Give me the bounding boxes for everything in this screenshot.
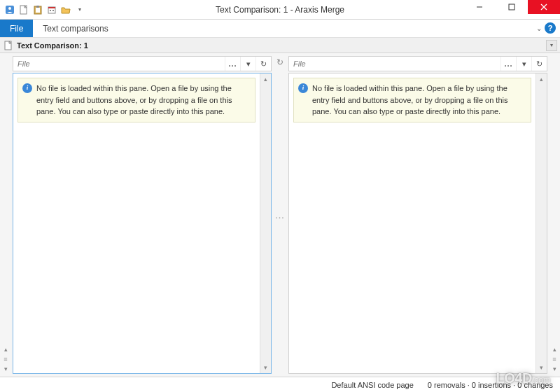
collapse-ribbon-icon[interactable]: ⌄	[536, 24, 542, 32]
gutter-down-icon[interactable]: ▾	[551, 365, 558, 372]
paste-icon[interactable]	[32, 4, 43, 15]
svg-rect-8	[50, 10, 51, 11]
right-pane-body[interactable]: i No file is loaded within this pane. Op…	[288, 73, 547, 374]
gutter-up-icon[interactable]: ▴	[551, 346, 558, 353]
status-bar: Default ANSI code page 0 removals · 0 in…	[0, 377, 560, 392]
right-dropdown-icon[interactable]: ▾	[516, 57, 531, 71]
left-info-text: No file is loaded within this pane. Open…	[36, 84, 232, 115]
document-tab-bar: Text Comparison: 1 ▾	[0, 38, 560, 53]
right-info-box: i No file is loaded within this pane. Op…	[293, 78, 531, 122]
minimize-button[interactable]	[463, 0, 496, 14]
scroll-up-icon[interactable]: ▴	[260, 74, 271, 85]
document-dropdown-icon[interactable]: ▾	[546, 40, 557, 51]
svg-rect-7	[48, 7, 55, 8]
right-pane: ... ▾ ↻ i No file is loaded within this …	[287, 53, 549, 377]
scroll-up-icon[interactable]: ▴	[536, 74, 547, 85]
gutter-marker-icon[interactable]: ≡	[551, 356, 558, 363]
quick-access-toolbar: ▾	[0, 4, 85, 15]
right-file-input[interactable]	[289, 59, 500, 68]
gutter-marker-icon[interactable]: ≡	[2, 356, 9, 363]
center-gutter: ↻ …	[273, 53, 287, 377]
qat-dropdown-icon[interactable]: ▾	[74, 4, 85, 15]
svg-rect-9	[52, 10, 54, 11]
left-info-box: i No file is loaded within this pane. Op…	[18, 78, 255, 122]
svg-rect-4	[36, 8, 40, 13]
left-file-input[interactable]	[13, 59, 225, 68]
center-dots-icon: …	[275, 209, 286, 220]
svg-point-1	[8, 7, 11, 10]
right-scrollbar[interactable]: ▴ ▾	[536, 74, 547, 373]
status-summary: 0 removals · 0 insertions · 0 changes	[428, 381, 553, 389]
document-icon	[4, 41, 14, 50]
right-pane-header: ... ▾ ↻	[288, 56, 547, 71]
info-icon: i	[22, 83, 32, 93]
maximize-button[interactable]	[496, 0, 528, 14]
left-pane-header: ... ▾ ↻	[13, 56, 272, 71]
left-refresh-icon[interactable]: ↻	[255, 57, 271, 71]
file-tab[interactable]: File	[0, 20, 33, 37]
calendar-icon[interactable]	[46, 4, 57, 15]
left-dropdown-icon[interactable]: ▾	[240, 57, 255, 71]
svg-rect-11	[509, 4, 514, 10]
scroll-down-icon[interactable]: ▾	[536, 362, 547, 373]
compare-area: ▴ ≡ ▾ ... ▾ ↻ i No file is loaded within…	[0, 53, 560, 377]
left-pane-content[interactable]: i No file is loaded within this pane. Op…	[13, 74, 260, 373]
left-pane: ... ▾ ↻ i No file is loaded within this …	[11, 53, 273, 377]
info-icon: i	[298, 83, 308, 93]
ribbon-right-controls: ⌄ ?	[536, 22, 556, 34]
left-browse-button[interactable]: ...	[225, 57, 240, 71]
right-info-text: No file is loaded within this pane. Open…	[312, 84, 507, 115]
window-controls	[463, 0, 560, 14]
gutter-down-icon[interactable]: ▾	[2, 365, 9, 372]
help-icon[interactable]: ?	[545, 22, 556, 34]
new-doc-icon[interactable]	[18, 4, 29, 15]
right-browse-button[interactable]: ...	[500, 57, 516, 71]
titlebar: ▾ Text Comparison: 1 - Araxis Merge	[0, 0, 560, 20]
svg-rect-5	[36, 6, 39, 8]
text-comparisons-tab[interactable]: Text comparisons	[33, 20, 118, 37]
scroll-down-icon[interactable]: ▾	[260, 362, 271, 373]
ribbon: File Text comparisons ⌄ ?	[0, 20, 560, 38]
document-title[interactable]: Text Comparison: 1	[17, 41, 88, 50]
status-codepage: Default ANSI code page	[331, 381, 413, 389]
left-gutter: ▴ ≡ ▾	[0, 53, 11, 377]
gutter-up-icon[interactable]: ▴	[2, 346, 9, 353]
right-gutter: ▴ ≡ ▾	[549, 53, 560, 377]
recompare-icon[interactable]: ↻	[276, 57, 284, 67]
right-refresh-icon[interactable]: ↻	[531, 57, 547, 71]
app-icon	[4, 4, 15, 15]
window-title: Text Comparison: 1 - Araxis Merge	[216, 5, 344, 15]
right-pane-content[interactable]: i No file is loaded within this pane. Op…	[289, 74, 536, 373]
left-pane-body[interactable]: i No file is loaded within this pane. Op…	[13, 73, 272, 374]
close-button[interactable]	[528, 0, 560, 14]
open-folder-icon[interactable]	[60, 4, 71, 15]
left-scrollbar[interactable]: ▴ ▾	[260, 74, 271, 373]
